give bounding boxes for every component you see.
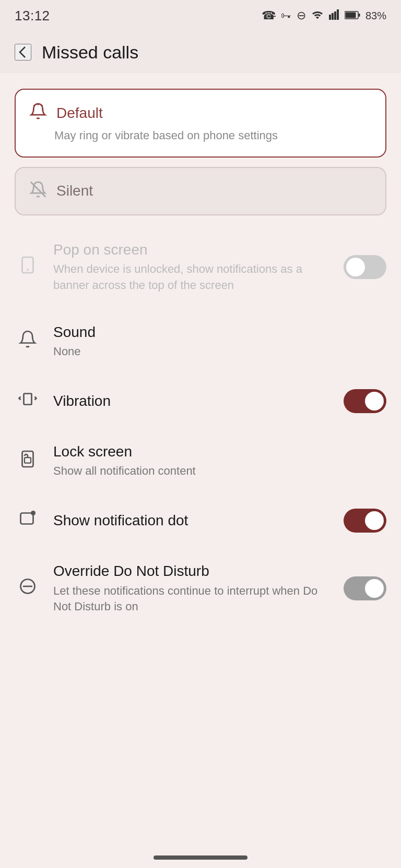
- svg-rect-3: [337, 9, 339, 20]
- svg-line-9: [41, 105, 42, 106]
- settings-list: Pop on screen When device is unlocked, s…: [15, 226, 386, 630]
- battery-percent: 83%: [365, 10, 386, 22]
- vibration-toggle[interactable]: [344, 389, 386, 413]
- svg-rect-0: [329, 15, 331, 20]
- status-bar: 13:12 ☎̶ 🗝 ⊖ 83%: [0, 0, 401, 31]
- lock-screen-label: Lock screen: [53, 442, 386, 461]
- toggle-knob: [365, 392, 384, 411]
- svg-rect-5: [358, 14, 360, 17]
- override-dnd-text: Override Do Not Disturb Let these notifi…: [53, 562, 331, 615]
- wifi-icon: [311, 9, 324, 22]
- lock-screen-sublabel: Show all notification content: [53, 463, 386, 479]
- back-button[interactable]: [15, 44, 31, 61]
- main-content: Default May ring or vibrate based on pho…: [0, 73, 401, 630]
- home-indicator-bar: [154, 855, 247, 860]
- override-dnd-sublabel: Let these notifications continue to inte…: [53, 583, 331, 616]
- pop-on-screen-sublabel: When device is unlocked, show notificati…: [53, 261, 331, 294]
- default-option-subtitle: May ring or vibrate based on phone setti…: [29, 128, 372, 144]
- sound-text: Sound None: [53, 323, 386, 360]
- top-bar: Missed calls: [0, 31, 401, 73]
- silent-option-label: Silent: [56, 183, 93, 199]
- setting-pop-on-screen[interactable]: Pop on screen When device is unlocked, s…: [15, 226, 386, 308]
- bottom-indicator: [0, 843, 401, 868]
- signal-icon: [329, 9, 339, 22]
- svg-line-8: [34, 105, 35, 106]
- setting-lock-screen[interactable]: Lock screen Show all notification conten…: [15, 428, 386, 494]
- status-time: 13:12: [15, 8, 50, 24]
- svg-rect-15: [25, 457, 31, 463]
- bell-off-icon: [29, 180, 47, 202]
- vibration-icon: [15, 390, 41, 413]
- page-title: Missed calls: [42, 42, 138, 63]
- phone-screen-icon: [15, 256, 41, 279]
- lock-screen-icon: [15, 450, 41, 473]
- setting-override-dnd[interactable]: Override Do Not Disturb Let these notifi…: [15, 547, 386, 630]
- missed-call-icon: ☎̶: [262, 9, 276, 22]
- setting-vibration[interactable]: Vibration: [15, 375, 386, 428]
- notification-dot-label: Show notification dot: [53, 511, 331, 530]
- notification-dot-toggle[interactable]: [344, 509, 386, 533]
- toggle-knob: [365, 579, 384, 598]
- option-card-default[interactable]: Default May ring or vibrate based on pho…: [15, 89, 386, 158]
- sound-sublabel: None: [53, 344, 386, 360]
- sound-bell-icon: [15, 330, 41, 353]
- pop-on-screen-text: Pop on screen When device is unlocked, s…: [53, 240, 331, 294]
- svg-rect-1: [332, 13, 334, 20]
- card-header-silent: Silent: [29, 180, 372, 202]
- svg-rect-13: [24, 393, 32, 404]
- battery-icon: [345, 10, 360, 22]
- svg-rect-2: [334, 11, 336, 20]
- option-card-silent[interactable]: Silent: [15, 167, 386, 215]
- toggle-knob: [346, 258, 365, 276]
- key-icon: 🗝: [281, 10, 291, 22]
- lock-screen-text: Lock screen Show all notification conten…: [53, 442, 386, 479]
- pop-on-screen-toggle[interactable]: [344, 255, 386, 279]
- setting-notification-dot[interactable]: Show notification dot: [15, 494, 386, 547]
- dnd-icon: ⊖: [297, 9, 306, 22]
- svg-rect-14: [22, 451, 33, 467]
- vibration-text: Vibration: [53, 392, 331, 411]
- svg-rect-16: [21, 513, 33, 524]
- toggle-knob: [365, 511, 384, 530]
- svg-point-17: [31, 511, 36, 515]
- sound-label: Sound: [53, 323, 386, 342]
- svg-rect-6: [345, 12, 356, 18]
- notification-dot-text: Show notification dot: [53, 511, 331, 530]
- override-dnd-label: Override Do Not Disturb: [53, 562, 331, 581]
- card-header-default: Default: [29, 102, 372, 124]
- bell-ring-icon: [29, 102, 47, 124]
- override-dnd-toggle[interactable]: [344, 576, 386, 600]
- setting-sound[interactable]: Sound None: [15, 308, 386, 375]
- notification-dot-icon: [15, 509, 41, 532]
- default-option-label: Default: [56, 105, 103, 122]
- dnd-circle-icon: [15, 577, 41, 600]
- vibration-label: Vibration: [53, 392, 331, 411]
- status-icons: ☎̶ 🗝 ⊖ 83%: [262, 9, 386, 22]
- pop-on-screen-label: Pop on screen: [53, 240, 331, 259]
